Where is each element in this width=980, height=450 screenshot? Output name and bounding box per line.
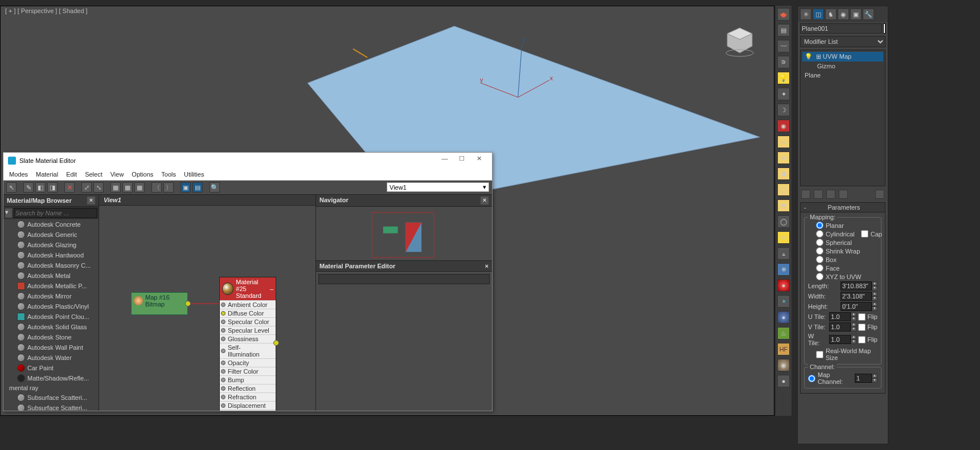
- tb-show-map-icon[interactable]: ▣: [181, 182, 191, 193]
- strip-measure-icon[interactable]: ⟁: [777, 247, 790, 260]
- strip-teapot2-icon[interactable]: ◓: [777, 199, 790, 212]
- tb-delete-icon[interactable]: ✕: [64, 182, 75, 193]
- minimize-button[interactable]: —: [436, 155, 453, 166]
- mmb-item[interactable]: mental ray: [3, 383, 99, 392]
- width-up-icon[interactable]: ▲: [872, 292, 878, 296]
- node-map16[interactable]: Map #16Bitmap: [131, 292, 188, 315]
- mmb-item[interactable]: Autodesk Solid Glass: [3, 322, 99, 332]
- slot-displacement[interactable]: Displacement: [220, 401, 276, 410]
- node-material25[interactable]: Material #25Standard– Ambient Color Diff…: [219, 277, 276, 411]
- node-canvas[interactable]: Map #16Bitmap Material #25Standard– Ambi…: [99, 206, 315, 411]
- menu-utilities[interactable]: Utilities: [184, 171, 204, 178]
- configure-sets-icon[interactable]: [875, 190, 884, 199]
- mmb-close-icon[interactable]: ×: [87, 197, 95, 204]
- tb-assign2-icon[interactable]: ◨: [47, 182, 58, 193]
- wflip-check[interactable]: [858, 336, 866, 343]
- length-down-icon[interactable]: ▼: [872, 286, 878, 291]
- tab-motion-icon[interactable]: ◉: [838, 9, 849, 20]
- make-unique-icon[interactable]: [826, 190, 835, 199]
- show-result-icon[interactable]: [814, 190, 823, 199]
- view-dropdown[interactable]: View1▾: [387, 182, 489, 192]
- vtile-spinner[interactable]: [829, 322, 851, 332]
- strip-hf-icon[interactable]: HF: [777, 343, 790, 355]
- slot-self-illum[interactable]: Self-Illumination: [220, 343, 276, 358]
- view-tab[interactable]: View1: [104, 197, 121, 203]
- mmb-item[interactable]: Subsurface Scatteri...: [3, 403, 99, 411]
- strip-sphere-icon[interactable]: ●: [777, 152, 790, 164]
- mmb-item[interactable]: Matte/Shadow/Refle...: [3, 373, 99, 383]
- mmb-search-input[interactable]: [14, 208, 97, 218]
- strip-render-icon[interactable]: ◉: [777, 120, 790, 132]
- tb-show-bg-icon[interactable]: ▤: [192, 182, 203, 193]
- radio-face[interactable]: [816, 264, 823, 272]
- strip-compass-icon[interactable]: ✦: [777, 295, 790, 308]
- vtile-down-icon[interactable]: ▼: [851, 327, 856, 332]
- vflip-check[interactable]: [858, 324, 866, 331]
- radio-planar[interactable]: [816, 222, 823, 229]
- strip-gizmo-icon[interactable]: ✦: [777, 88, 790, 100]
- remove-mod-icon[interactable]: [839, 190, 848, 199]
- utile-spinner[interactable]: [829, 312, 851, 321]
- tab-hierarchy-icon[interactable]: ♞: [825, 9, 837, 20]
- strip-red-ball-icon[interactable]: ●: [777, 279, 790, 292]
- strip-dark-ball-icon[interactable]: ●: [777, 375, 790, 387]
- slate-titlebar[interactable]: Slate Material Editor — ☐ ✕: [3, 153, 492, 169]
- vtile-up-icon[interactable]: ▲: [851, 322, 856, 327]
- slate-material-editor-window[interactable]: Slate Material Editor — ☐ ✕ Modes Materi…: [3, 152, 493, 411]
- rollout-parameters-header[interactable]: -Parameters: [800, 202, 885, 212]
- mmb-item[interactable]: Autodesk Mirror: [3, 291, 99, 301]
- menu-modes[interactable]: Modes: [9, 171, 28, 178]
- slot-specular[interactable]: Specular Color: [220, 317, 276, 326]
- length-up-icon[interactable]: ▲: [872, 281, 878, 286]
- strip-box-icon[interactable]: ▭: [777, 136, 790, 148]
- height-down-icon[interactable]: ▼: [872, 306, 878, 311]
- viewcube[interactable]: [723, 23, 757, 58]
- mmb-search-dd-icon[interactable]: ▾: [5, 208, 13, 218]
- strip-light-icon[interactable]: 💡: [777, 72, 790, 84]
- stack-item-plane[interactable]: Plane: [802, 71, 883, 80]
- strip-teapot-icon[interactable]: 🫖: [777, 8, 790, 21]
- width-down-icon[interactable]: ▼: [872, 296, 878, 301]
- mpe-name-field[interactable]: [318, 274, 490, 284]
- mmb-item[interactable]: Autodesk Glazing: [3, 240, 99, 250]
- stack-sub-gizmo[interactable]: Gizmo: [802, 62, 883, 71]
- uflip-check[interactable]: [858, 313, 866, 321]
- tb-layout-icon[interactable]: ⤡: [93, 182, 104, 193]
- slot-specular-level[interactable]: Specular Level: [220, 326, 276, 334]
- radio-cylindrical[interactable]: [816, 230, 823, 238]
- strip-cylinder-icon[interactable]: ⬮: [777, 167, 790, 180]
- wtile-down-icon[interactable]: ▼: [851, 339, 856, 344]
- tab-create-icon[interactable]: ✳: [800, 9, 811, 20]
- radio-map-channel[interactable]: [808, 375, 815, 382]
- strip-moon-icon[interactable]: ☽: [777, 104, 790, 116]
- tb-move-icon[interactable]: ⤢: [81, 182, 92, 193]
- radio-box[interactable]: [816, 256, 823, 263]
- mmb-item[interactable]: Autodesk Masonry C...: [3, 260, 99, 271]
- mmb-item[interactable]: Autodesk Metal: [3, 271, 99, 281]
- width-spinner[interactable]: [840, 292, 872, 301]
- stack-item-uvwmap[interactable]: 💡⊞ UVW Map: [802, 52, 883, 62]
- tab-display-icon[interactable]: ▣: [850, 9, 862, 20]
- slot-diffuse[interactable]: Diffuse Color: [220, 309, 276, 317]
- navigator-close-icon[interactable]: ×: [481, 197, 489, 204]
- menu-select[interactable]: Select: [85, 171, 102, 178]
- strip-grass-icon[interactable]: ♨: [777, 327, 790, 339]
- mmb-item[interactable]: Autodesk Point Clou...: [3, 312, 99, 322]
- tb-pick-icon[interactable]: ✎: [23, 182, 34, 193]
- radio-xyz[interactable]: [816, 273, 823, 280]
- strip-silver-icon[interactable]: ◯: [777, 215, 790, 228]
- modifier-stack[interactable]: 💡⊞ UVW Map Gizmo Plane: [800, 50, 885, 186]
- mapch-spinner[interactable]: [855, 374, 872, 383]
- mmb-item[interactable]: Autodesk Stone: [3, 332, 99, 342]
- tb-bracket2-icon[interactable]: 〉: [163, 182, 174, 193]
- check-cap[interactable]: [861, 230, 868, 238]
- strip-particle-icon[interactable]: ❄: [777, 263, 790, 276]
- wtile-up-icon[interactable]: ▲: [851, 335, 856, 339]
- radio-shrinkwrap[interactable]: [816, 247, 823, 255]
- tb-assign-icon[interactable]: ◧: [35, 182, 46, 193]
- mmb-item[interactable]: Subsurface Scatteri...: [3, 392, 99, 403]
- menu-edit[interactable]: Edit: [66, 171, 77, 178]
- slot-refraction[interactable]: Refraction: [220, 392, 276, 401]
- slot-bump[interactable]: Bump: [220, 375, 276, 384]
- mmb-item[interactable]: Autodesk Wall Paint: [3, 342, 99, 353]
